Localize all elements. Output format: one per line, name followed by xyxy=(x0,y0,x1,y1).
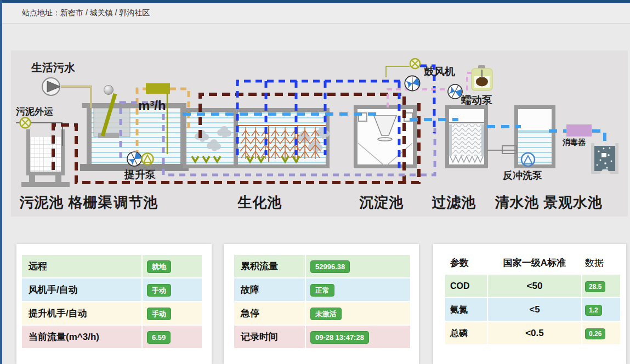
row-value-cell: 就地 xyxy=(143,255,202,277)
row-value-cell: 正常 xyxy=(306,278,410,301)
badge-nh3: 1.2 xyxy=(585,305,602,316)
param-standard: <50 xyxy=(488,275,581,297)
badge-current-flow: 6.59 xyxy=(147,331,171,344)
col-header-param: 参数 xyxy=(445,254,487,272)
row-label-remote: 远程 xyxy=(22,255,141,277)
badge-remote-mode[interactable]: 就地 xyxy=(147,260,171,273)
badge-lift-mode[interactable]: 手动 xyxy=(147,308,171,320)
row-label-record-time: 记录时间 xyxy=(234,326,305,348)
label-backwash-pump: 反冲洗泵 xyxy=(503,169,542,182)
table-row: COD <50 28.5 xyxy=(445,275,620,297)
badge-tp: 0.26 xyxy=(585,328,605,339)
param-value-cell: 1.2 xyxy=(582,298,620,321)
param-standard: <5 xyxy=(488,298,581,321)
disinfector-box xyxy=(566,124,592,136)
pool-label-landscape: 景观水池 xyxy=(543,193,603,212)
pool-label-filter: 过滤池 xyxy=(432,193,476,212)
quality-table-header: 参数 国家一级A标准 数据 xyxy=(445,254,620,272)
label-sludge-outbound: 污泥外运 xyxy=(16,105,53,118)
row-value-cell: 52996.38 xyxy=(306,255,410,277)
col-header-data: 数据 xyxy=(582,254,620,272)
label-lift-pump: 提升泵 xyxy=(124,168,156,182)
row-label-current-flow: 当前流量(m^3/h) xyxy=(22,326,141,348)
row-label-fan-mode: 风机手/自动 xyxy=(22,278,141,301)
table-row: 风机手/自动 手动 xyxy=(22,278,202,301)
badge-fan-mode[interactable]: 手动 xyxy=(147,284,171,297)
app-root: 站点地址：新密市 / 城关镇 / 郭沟社区 xyxy=(0,0,630,364)
param-value-cell: 28.5 xyxy=(582,275,620,297)
row-label-fault: 故障 xyxy=(234,278,305,301)
blower-valve-icon xyxy=(410,59,420,69)
pool-label-regulation: 调节池 xyxy=(114,193,158,212)
water-quality-panel: 参数 国家一级A标准 数据 COD <50 28.5 氨氮 <5 1.2 总磷 … xyxy=(433,244,626,364)
row-value-cell: 6.59 xyxy=(143,326,202,348)
col-header-standard: 国家一级A标准 xyxy=(488,254,581,272)
pool-label-grating: 格栅渠 xyxy=(69,193,113,212)
row-label-total-flow: 累积流量 xyxy=(234,255,305,277)
flow-status-panel: 累积流量 52996.38 故障 正常 急停 未激活 记录时间 09-28 13… xyxy=(224,244,419,364)
badge-fault-status: 正常 xyxy=(310,284,334,297)
pool-label-sludge: 污泥池 xyxy=(20,193,64,212)
param-name: 氨氮 xyxy=(445,298,487,321)
badge-cod: 28.5 xyxy=(585,281,605,292)
table-row: 远程 就地 xyxy=(22,255,202,277)
label-disinfector: 消毒器 xyxy=(563,138,586,147)
table-row: 当前流量(m^3/h) 6.59 xyxy=(22,326,202,348)
backwash-pump-icon xyxy=(521,153,535,166)
param-standard: <0.5 xyxy=(488,322,581,344)
control-status-panel: 远程 就地 风机手/自动 手动 提升机手/自动 手动 当前流量(m^3/h) 6… xyxy=(16,244,212,364)
badge-record-time: 09-28 13:47:28 xyxy=(310,331,369,344)
sewage-pump-icon xyxy=(42,78,60,95)
pool-label-sedimentation: 沉淀池 xyxy=(360,193,404,212)
row-value-cell: 未激活 xyxy=(306,302,410,325)
dosing-container-icon xyxy=(472,65,492,90)
table-row: 故障 正常 xyxy=(234,278,410,301)
filter-tank xyxy=(445,105,488,168)
param-name: COD xyxy=(445,275,487,297)
flowmeter-icon xyxy=(146,83,170,94)
table-row: 累积流量 52996.38 xyxy=(234,255,410,277)
param-value-cell: 0.26 xyxy=(582,322,620,344)
row-value-cell: 手动 xyxy=(143,278,202,301)
row-label-estop: 急停 xyxy=(234,302,305,325)
table-row: 急停 未激活 xyxy=(234,302,410,325)
sludge-valve-icon xyxy=(20,118,31,128)
label-sewage-inlet: 生活污水 xyxy=(31,60,75,75)
row-label-lift-mode: 提升机手/自动 xyxy=(22,302,141,325)
ball-float-icon xyxy=(104,86,113,95)
badge-estop-status: 未激活 xyxy=(310,308,342,320)
label-flow-unit: m³/h xyxy=(138,98,166,113)
pool-label-biochemical: 生化池 xyxy=(238,193,282,212)
pool-label-clearwater: 清水池 xyxy=(495,193,540,212)
badge-total-flow: 52996.38 xyxy=(310,260,350,273)
lift-pump-valve-icon xyxy=(142,153,154,165)
param-name: 总磷 xyxy=(445,322,487,344)
label-blower: 鼓风机 xyxy=(424,65,455,79)
label-peristaltic-pump: 蠕动泵 xyxy=(461,93,492,107)
table-row: 提升机手/自动 手动 xyxy=(22,302,202,325)
biochemical-tank xyxy=(183,108,330,168)
table-row: 总磷 <0.5 0.26 xyxy=(445,322,620,344)
table-row: 氨氮 <5 1.2 xyxy=(445,298,620,321)
sedimentation-tank xyxy=(354,105,417,168)
row-value-cell: 09-28 13:47:28 xyxy=(306,326,410,348)
landscape-tank xyxy=(591,143,618,174)
row-value-cell: 手动 xyxy=(143,302,202,325)
table-row: 记录时间 09-28 13:47:28 xyxy=(234,326,410,348)
